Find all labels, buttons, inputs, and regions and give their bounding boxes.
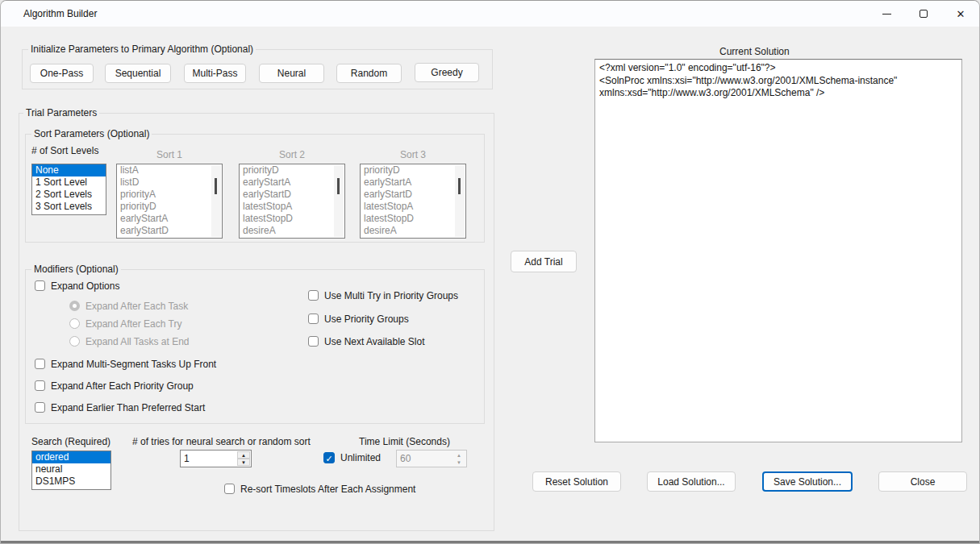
use-multi-try-label: Use Multi Try in Priority Groups <box>324 290 458 301</box>
list-item: desireA <box>240 225 344 237</box>
current-solution-textbox[interactable]: <?xml version="1.0" encoding="utf-16"?> … <box>594 59 962 442</box>
list-item: priorityD <box>117 201 222 213</box>
list-item: latestStopA <box>361 201 465 213</box>
add-trial-button[interactable]: Add Trial <box>511 251 577 272</box>
sort3-scrollbar[interactable] <box>455 165 465 237</box>
sort3-label: Sort 3 <box>360 149 466 160</box>
xml-line: <SolnProc xmlns:xsi="http://www.w3.org/2… <box>599 75 957 88</box>
sequential-button[interactable]: Sequential <box>105 64 171 83</box>
tries-spinner[interactable]: 1 ▲ ▼ <box>180 450 252 467</box>
close-window-button[interactable]: ✕ <box>942 1 979 27</box>
tries-value[interactable]: 1 <box>184 451 190 467</box>
time-limit-value: 60 <box>400 451 411 467</box>
one-pass-button[interactable]: One-Pass <box>30 64 94 83</box>
random-button[interactable]: Random <box>336 64 402 83</box>
list-item: earlyStartD <box>361 189 465 201</box>
expand-multi-segment-label: Expand Multi-Segment Tasks Up Front <box>51 359 216 370</box>
list-item: desireA <box>361 225 465 237</box>
sort-level-option[interactable]: None <box>32 164 106 176</box>
sort1-listbox: listA listD priorityA priorityD earlySta… <box>116 164 223 239</box>
window-title: Algorithm Builder <box>23 1 97 27</box>
xml-line: <?xml version="1.0" encoding="utf-16"?> <box>599 62 957 75</box>
search-option[interactable]: ordered <box>32 451 111 463</box>
sort-level-option[interactable]: 3 Sort Levels <box>32 201 106 213</box>
resort-timeslots-checkbox[interactable] <box>224 484 235 494</box>
unlimited-checkbox[interactable]: ✓ <box>323 452 335 463</box>
scrollbar-thumb[interactable] <box>458 178 461 194</box>
sort-parameters-label: Sort Parameters (Optional) <box>31 129 152 139</box>
list-item: listD <box>117 176 222 189</box>
expand-options-label: Expand Options <box>51 280 119 292</box>
minimize-button[interactable] <box>868 1 905 27</box>
multi-pass-button[interactable]: Multi-Pass <box>184 64 246 83</box>
search-option[interactable]: neural <box>32 463 111 475</box>
expand-options-checkbox[interactable] <box>35 280 45 291</box>
sort1-label: Sort 1 <box>116 149 223 160</box>
use-multi-try-checkbox[interactable] <box>308 290 319 301</box>
search-label: Search (Required) <box>31 436 111 447</box>
trial-parameters-label: Trial Parameters <box>23 108 99 118</box>
expand-after-each-try-label: Expand After Each Try <box>85 318 181 330</box>
sort2-label: Sort 2 <box>239 149 345 160</box>
save-solution-button[interactable]: Save Solution... <box>762 471 853 492</box>
use-next-available-slot-checkbox[interactable] <box>308 336 319 347</box>
expand-after-each-try-radio <box>69 318 80 329</box>
tries-label: # of tries for neural search or random s… <box>132 436 311 447</box>
maximize-icon <box>920 10 928 18</box>
window-bottom-edge <box>1 541 979 543</box>
list-item: earlyStartA <box>117 213 222 225</box>
sort2-listbox: priorityD earlyStartA earlyStartD latest… <box>239 164 345 239</box>
load-solution-button[interactable]: Load Solution... <box>647 471 736 492</box>
sort-level-option[interactable]: 1 Sort Level <box>32 176 106 189</box>
xml-line: xmlns:xsd="http://www.w3.org/2001/XMLSch… <box>599 87 957 100</box>
modifiers-label: Modifiers (Optional) <box>31 264 121 275</box>
search-option[interactable]: DS1MPS <box>32 475 111 488</box>
list-item: priorityA <box>117 189 222 201</box>
expand-after-each-task-radio <box>69 301 80 311</box>
list-item: latestStopD <box>361 213 465 225</box>
resort-timeslots-label: Re-sort Timeslots After Each Assignment <box>240 484 415 495</box>
list-item: earlyStartD <box>117 225 222 237</box>
expand-earlier-checkbox[interactable] <box>35 402 45 413</box>
list-item: listA <box>117 164 222 176</box>
search-listbox[interactable]: ordered neural DS1MPS <box>31 451 111 490</box>
sort1-scrollbar[interactable] <box>211 165 221 237</box>
list-item: earlyStartD <box>240 189 344 201</box>
sort2-scrollbar[interactable] <box>334 165 344 237</box>
current-solution-label: Current Solution <box>719 46 790 57</box>
list-item: latestStopA <box>240 201 344 213</box>
time-limit-label: Time Limit (Seconds) <box>359 436 450 447</box>
expand-after-each-task-label: Expand After Each Task <box>85 301 188 312</box>
sort-levels-listbox[interactable]: None 1 Sort Level 2 Sort Levels 3 Sort L… <box>31 164 106 215</box>
sort3-listbox: priorityD earlyStartA earlyStartD latest… <box>360 164 466 239</box>
reset-solution-button[interactable]: Reset Solution <box>532 471 621 492</box>
list-item: earlyStartA <box>361 176 465 189</box>
neural-button[interactable]: Neural <box>259 64 324 83</box>
expand-after-priority-group-checkbox[interactable] <box>35 380 45 391</box>
list-item: latestStopD <box>240 213 344 225</box>
spin-up-icon: ▲ <box>452 451 465 459</box>
use-priority-groups-checkbox[interactable] <box>308 314 319 324</box>
expand-after-priority-group-label: Expand After Each Priority Group <box>51 380 194 392</box>
list-item: priorityD <box>361 164 465 176</box>
scrollbar-thumb[interactable] <box>215 178 217 194</box>
initialize-group-label: Initialize Parameters to Primary Algorit… <box>28 44 256 55</box>
spin-down-icon: ▼ <box>452 459 465 466</box>
title-bar: Algorithm Builder ✕ <box>1 1 979 27</box>
expand-all-tasks-at-end-label: Expand All Tasks at End <box>85 336 190 347</box>
time-limit-spinner: 60 ▲ ▼ <box>396 450 467 467</box>
expand-multi-segment-checkbox[interactable] <box>35 359 45 369</box>
sort-level-option[interactable]: 2 Sort Levels <box>32 189 106 201</box>
maximize-button[interactable] <box>905 1 942 27</box>
use-next-available-slot-label: Use Next Available Slot <box>324 336 425 347</box>
spin-down-icon[interactable]: ▼ <box>237 459 250 466</box>
close-button[interactable]: Close <box>878 471 967 492</box>
scrollbar-thumb[interactable] <box>337 178 340 194</box>
greedy-button[interactable]: Greedy <box>415 63 479 82</box>
minimize-icon <box>882 14 891 15</box>
list-item: earlyStartA <box>240 176 344 189</box>
sort-levels-label: # of Sort Levels <box>31 145 98 156</box>
spin-up-icon[interactable]: ▲ <box>237 451 250 459</box>
expand-all-tasks-at-end-radio <box>69 336 80 347</box>
expand-earlier-label: Expand Earlier Than Preferred Start <box>51 402 205 413</box>
